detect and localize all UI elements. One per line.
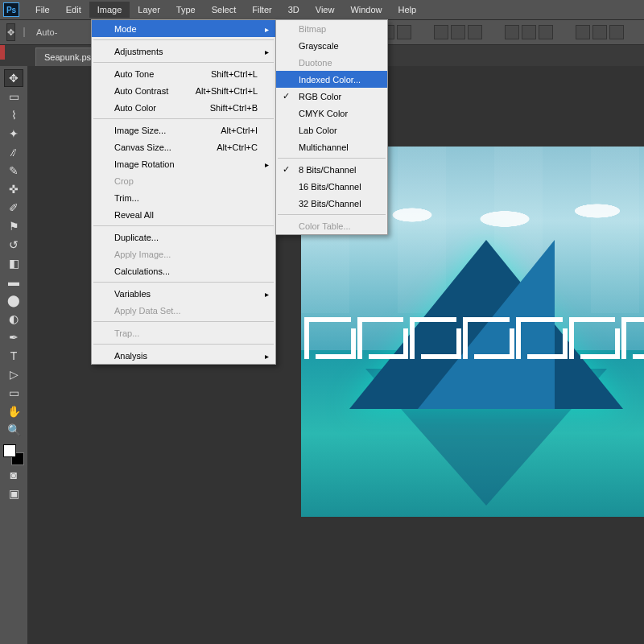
eraser-tool[interactable]: ◧	[4, 254, 23, 272]
menu-image[interactable]: Image	[89, 2, 130, 18]
menu-window[interactable]: Window	[342, 2, 390, 18]
submenu-arrow-icon	[265, 289, 269, 299]
mode-rgb-color[interactable]: RGB Color	[276, 88, 387, 105]
distribute-icon[interactable]	[592, 25, 607, 39]
shortcut-label: Alt+Shift+Ctrl+L	[196, 86, 258, 96]
align-icon[interactable]	[468, 25, 482, 39]
image-menu-image-size[interactable]: Image Size...Alt+Ctrl+I	[92, 122, 275, 138]
menu-select[interactable]: Select	[204, 2, 245, 18]
distribute-icon[interactable]	[539, 25, 553, 39]
panel-collapse-tab[interactable]	[0, 45, 5, 60]
image-menu-mode[interactable]: Mode	[92, 20, 275, 37]
menu-separator	[93, 39, 274, 40]
shortcut-label: Shift+Ctrl+B	[210, 103, 258, 113]
mode-submenu: Bitmap Grayscale Duotone Indexed Color..…	[275, 19, 388, 235]
image-menu-analysis[interactable]: Analysis	[92, 347, 275, 364]
rectangle-tool[interactable]: ▭	[4, 384, 23, 402]
shortcut-label: Alt+Ctrl+I	[221, 126, 258, 135]
blur-tool[interactable]: ⬤	[4, 291, 23, 309]
image-menu-image-rotation[interactable]: Image Rotation	[92, 155, 275, 172]
distribute-icon[interactable]	[609, 25, 624, 39]
path-selection-tool[interactable]: ▷	[4, 365, 23, 383]
image-menu-auto-color[interactable]: Auto ColorShift+Ctrl+B	[92, 99, 275, 116]
hand-tool[interactable]: ✋	[4, 402, 23, 420]
image-menu-reveal-all[interactable]: Reveal All	[92, 206, 275, 223]
menu-type[interactable]: Type	[168, 2, 204, 18]
tools-panel: ✥ ▭ ⌇ ✦ ⫽ ✎ ✜ ✐ ⚑ ↺ ◧ ▬ ⬤ ◐ ✒ T ▷ ▭ ✋ 🔍 …	[0, 66, 27, 502]
gradient-tool[interactable]: ▬	[4, 273, 23, 291]
magic-wand-tool[interactable]: ✦	[4, 125, 23, 142]
image-menu-crop: Crop	[92, 172, 275, 189]
clone-stamp-tool[interactable]: ⚑	[4, 217, 23, 235]
mode-lab-color[interactable]: Lab Color	[276, 122, 387, 138]
mode-16-bits[interactable]: 16 Bits/Channel	[276, 178, 387, 195]
mode-grayscale[interactable]: Grayscale	[276, 37, 387, 54]
mode-bitmap: Bitmap	[276, 20, 387, 37]
move-tool[interactable]: ✥	[4, 69, 23, 87]
distribute-group-2	[576, 25, 624, 39]
menu-view[interactable]: View	[308, 2, 343, 18]
photoshop-logo: Ps	[3, 2, 19, 17]
submenu-arrow-icon	[265, 47, 269, 56]
image-menu-canvas-size[interactable]: Canvas Size...Alt+Ctrl+C	[92, 138, 275, 155]
healing-brush-tool[interactable]: ✜	[4, 180, 23, 198]
menu-separator	[93, 62, 274, 63]
image-menu-adjustments[interactable]: Adjustments	[92, 43, 275, 60]
shortcut-label: Shift+Ctrl+L	[211, 69, 258, 79]
quick-mask-toggle[interactable]: ◙	[4, 466, 23, 484]
type-tool[interactable]: T	[4, 347, 23, 365]
rectangular-marquee-tool[interactable]: ▭	[4, 88, 23, 105]
mode-multichannel[interactable]: Multichannel	[276, 138, 387, 155]
menu-separator	[93, 225, 274, 226]
menu-filter[interactable]: Filter	[244, 2, 279, 18]
submenu-arrow-icon	[265, 159, 269, 169]
crop-tool[interactable]: ⫽	[4, 143, 23, 161]
distribute-icon[interactable]	[505, 25, 519, 39]
auto-select-checkbox[interactable]	[23, 27, 25, 37]
image-menu-auto-contrast[interactable]: Auto ContrastAlt+Shift+Ctrl+L	[92, 82, 275, 99]
image-menu-auto-tone[interactable]: Auto ToneShift+Ctrl+L	[92, 65, 275, 82]
menu-edit[interactable]: Edit	[58, 2, 89, 18]
move-tool-icon[interactable]: ✥	[6, 23, 15, 41]
mode-8-bits[interactable]: 8 Bits/Channel	[276, 161, 387, 178]
mode-32-bits[interactable]: 32 Bits/Channel	[276, 195, 387, 212]
image-menu-duplicate[interactable]: Duplicate...	[92, 229, 275, 246]
menu-separator	[93, 282, 274, 283]
align-icon[interactable]	[451, 25, 465, 39]
menu-separator	[278, 214, 386, 215]
align-icon[interactable]	[434, 25, 448, 39]
submenu-arrow-icon	[265, 24, 269, 34]
lasso-tool[interactable]: ⌇	[4, 106, 23, 124]
menu-file[interactable]: File	[27, 2, 58, 18]
image-menu-variables[interactable]: Variables	[92, 285, 275, 302]
screen-mode-toggle[interactable]: ▣	[4, 485, 23, 502]
checkmark-icon	[283, 164, 290, 175]
foreground-color-swatch[interactable]	[3, 444, 16, 457]
image-menu-apply-image: Apply Image...	[92, 246, 275, 262]
distribute-icon[interactable]	[522, 25, 536, 39]
pen-tool[interactable]: ✒	[4, 328, 23, 346]
shortcut-label: Alt+Ctrl+C	[217, 142, 258, 152]
dodge-tool[interactable]: ◐	[4, 310, 23, 328]
history-brush-tool[interactable]: ↺	[4, 236, 23, 254]
menu-help[interactable]: Help	[390, 2, 425, 18]
align-icon[interactable]	[397, 25, 411, 39]
mode-indexed-color[interactable]: Indexed Color...	[276, 71, 387, 88]
color-swatches[interactable]	[3, 444, 24, 465]
submenu-arrow-icon	[265, 351, 269, 361]
checkmark-icon	[283, 91, 290, 101]
align-group-2	[434, 25, 482, 39]
image-menu-calculations[interactable]: Calculations...	[92, 262, 275, 279]
menu-separator	[93, 321, 274, 322]
auto-select-label: Auto-	[36, 27, 57, 37]
distribute-icon[interactable]	[576, 25, 590, 39]
menu-3d[interactable]: 3D	[280, 2, 308, 18]
zoom-tool[interactable]: 🔍	[4, 421, 23, 439]
image-menu-trim[interactable]: Trim...	[92, 189, 275, 206]
mode-duotone: Duotone	[276, 54, 387, 71]
eyedropper-tool[interactable]: ✎	[4, 162, 23, 180]
mode-cmyk-color[interactable]: CMYK Color	[276, 105, 387, 122]
mode-color-table: Color Table...	[276, 217, 387, 234]
brush-tool[interactable]: ✐	[4, 199, 23, 217]
menu-layer[interactable]: Layer	[130, 2, 168, 18]
